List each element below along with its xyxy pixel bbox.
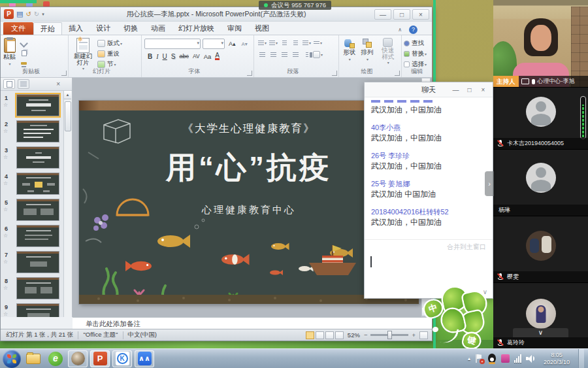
minimize-button[interactable]: — [374,9,391,20]
grow-font-icon[interactable]: A▴ [229,41,236,47]
align-left-icon[interactable] [257,50,267,59]
tray-expand-icon[interactable]: ▴ [468,356,470,361]
language-indicator[interactable]: 中文(中国) [128,331,157,339]
zoom-slider[interactable] [370,334,408,336]
participant-tile[interactable]: 卡木吉201940054005 [493,87,588,149]
host-video-tile[interactable]: 主持人 心理中心-李旭 [493,0,588,87]
slide-thumbnail-9[interactable]: 9☆ [1,303,63,317]
paste-button[interactable]: 粘贴 ▾ [1,37,18,67]
slide-thumbnail-6[interactable]: 6☆ [1,224,63,250]
columns-icon[interactable] [302,50,312,59]
format-painter-icon[interactable] [19,59,29,67]
tab-animations[interactable]: 动画 [144,22,172,35]
taskbar-explorer-icon[interactable] [24,350,43,367]
dialog-launcher-icon[interactable] [332,71,337,76]
new-slide-button[interactable]: ✻ 新建幻灯片 ▾ [69,37,97,71]
thumbnail-scrollbar[interactable]: ▲ [63,91,72,317]
zoom-in-icon[interactable]: + [412,331,416,339]
underline-button[interactable]: U [163,53,167,60]
qq-penguin-icon[interactable] [488,354,497,363]
cut-icon[interactable] [19,39,29,48]
reset-button[interactable]: 重设 [97,49,122,58]
save-icon[interactable]: ▤ [16,10,23,18]
dialog-launcher-icon[interactable] [247,71,252,76]
tab-review[interactable]: 审阅 [221,22,248,35]
scrollbar-thumb[interactable] [65,101,71,131]
line-spacing-icon[interactable]: ▾ [302,39,312,47]
restore-button[interactable]: □ [393,9,410,20]
slide-thumbnail-5[interactable]: 5☆ [1,198,63,224]
chat-title-bar[interactable]: 聊天 — □ × [365,82,493,97]
align-right-icon[interactable] [280,50,289,59]
slide-thumbnail-2[interactable]: 2☆ [1,120,63,146]
tab-design[interactable]: 设计 [90,22,117,35]
chat-close-icon[interactable]: × [476,86,490,93]
character-spacing-button[interactable]: AV [193,53,200,59]
slide-thumbnail-1[interactable]: 1☆ [1,93,63,120]
bold-button[interactable]: B [148,53,152,60]
tab-view[interactable]: 视图 [248,22,276,35]
tab-insert[interactable]: 插入 [62,22,90,35]
bullets-icon[interactable]: ▾ [257,39,267,47]
numbering-icon[interactable]: ▾ [269,39,278,47]
replace-button[interactable]: 替换▾ [404,49,432,58]
participant-tile[interactable]: 樱雯 [493,216,588,282]
slides-tab[interactable] [3,79,15,89]
change-case-button[interactable]: Aa [204,53,212,60]
collapse-tiles-button[interactable]: ∨ [513,328,568,337]
slide-thumbnail-8[interactable]: 8☆ [1,276,63,303]
zoom-slider-thumb[interactable] [387,331,392,339]
help-icon[interactable]: ? [409,25,417,34]
chat-minimize-icon[interactable]: — [449,86,463,93]
ime-keyboard-leaf[interactable]: 键 [463,332,481,350]
taskbar-clock[interactable]: 8:05 2020/3/10 [540,352,574,366]
find-button[interactable]: 查找 [404,39,432,48]
text-direction-icon[interactable]: ▾ [313,39,323,47]
ppt-title-bar[interactable]: P ▤ ↺ ↻ ▾ 用心抗疫—李旭.pptx - Microsoft Power… [1,7,432,22]
ime-tray-icon[interactable] [501,354,510,363]
italic-button[interactable]: I [156,53,158,60]
shrink-font-icon[interactable]: A▾ [242,41,248,47]
font-name-combobox[interactable] [144,39,201,49]
indent-increase-icon[interactable] [291,39,301,47]
slideshow-view-icon[interactable] [335,331,344,339]
taskbar-powerpoint-icon[interactable]: P [90,350,110,367]
ime-clover-widget[interactable]: 中 键 [423,286,494,350]
slide-thumbnail-7[interactable]: 7☆ [1,250,63,276]
close-panel-icon[interactable]: × [56,80,60,88]
arrange-button[interactable]: 排列▾ [358,37,376,62]
taskbar-meeting-app-icon[interactable]: ∧∧ [135,350,154,367]
slide-thumbnail-3[interactable]: 3☆ [1,146,63,172]
volume-icon[interactable] [526,354,535,363]
start-button[interactable] [3,350,21,368]
qat-dropdown-icon[interactable]: ▾ [42,12,44,17]
reading-view-icon[interactable] [325,331,334,339]
layout-button[interactable]: 版式▾ [97,39,122,48]
font-size-combobox[interactable] [203,39,225,49]
chat-message-list[interactable]: 武汉加油，中国加油 40李小燕 武汉加油，中国加油 26号 李珍珍 武汉加油，中… [365,97,493,228]
taskbar-photo-app-icon[interactable] [68,350,88,367]
participant-tile[interactable]: 杨琳 [493,149,588,216]
tab-slideshow[interactable]: 幻灯片放映 [172,22,221,35]
smartart-convert-icon[interactable]: ▾ [313,50,323,59]
normal-view-icon[interactable] [306,331,314,339]
align-center-icon[interactable] [269,50,278,59]
dialog-launcher-icon[interactable] [61,71,67,76]
zoom-percentage[interactable]: 52% [348,331,360,339]
zoom-out-icon[interactable]: − [364,331,368,339]
taskbar-k-app-icon[interactable]: K [112,350,132,367]
tab-transitions[interactable]: 切换 [117,22,144,35]
scroll-up-icon[interactable]: ▲ [64,91,71,99]
notes-pane[interactable]: 单击此处添加备注 [73,317,432,329]
copy-icon[interactable] [19,49,29,58]
ime-mode-leaf[interactable]: 中 [423,299,444,319]
collapse-ribbon-icon[interactable]: ∧ [398,27,402,33]
outline-tab[interactable] [18,79,29,89]
show-desktop-button[interactable] [578,349,584,368]
text-shadow-button[interactable]: S [171,53,176,60]
slide-thumbnail-4[interactable]: 4☆ [1,172,63,198]
redo-icon[interactable]: ↻ [34,10,39,18]
justify-icon[interactable] [291,50,301,59]
close-button[interactable]: × [412,9,429,20]
undo-icon[interactable]: ↺ [25,10,31,18]
